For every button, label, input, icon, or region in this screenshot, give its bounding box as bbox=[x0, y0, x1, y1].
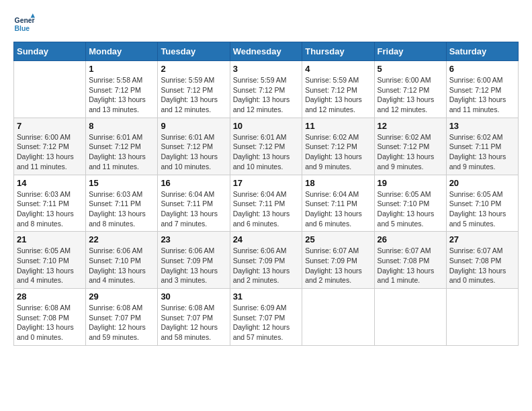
calendar-cell: 1Sunrise: 5:58 AM Sunset: 7:12 PM Daylig… bbox=[86, 61, 158, 118]
day-number: 28 bbox=[17, 291, 83, 302]
day-number: 9 bbox=[161, 121, 226, 131]
day-info: Sunrise: 6:01 AM Sunset: 7:12 PM Dayligh… bbox=[233, 132, 300, 172]
day-info: Sunrise: 6:03 AM Sunset: 7:11 PM Dayligh… bbox=[89, 189, 154, 229]
day-number: 8 bbox=[89, 121, 154, 131]
calendar-table: SundayMondayTuesdayWednesdayThursdayFrid… bbox=[13, 42, 519, 346]
day-number: 20 bbox=[449, 178, 515, 188]
day-number: 27 bbox=[449, 234, 515, 244]
calendar-cell: 17Sunrise: 6:04 AM Sunset: 7:11 PM Dayli… bbox=[230, 175, 302, 232]
day-info: Sunrise: 6:07 AM Sunset: 7:08 PM Dayligh… bbox=[378, 246, 443, 285]
day-info: Sunrise: 6:01 AM Sunset: 7:12 PM Dayligh… bbox=[161, 132, 226, 172]
calendar-cell bbox=[374, 289, 446, 346]
day-number: 3 bbox=[233, 64, 300, 74]
calendar-cell: 27Sunrise: 6:07 AM Sunset: 7:08 PM Dayli… bbox=[446, 232, 518, 289]
day-number: 14 bbox=[17, 178, 83, 188]
day-number: 23 bbox=[161, 234, 226, 244]
calendar-cell: 16Sunrise: 6:04 AM Sunset: 7:11 PM Dayli… bbox=[158, 175, 230, 232]
day-info: Sunrise: 6:04 AM Sunset: 7:11 PM Dayligh… bbox=[305, 189, 371, 229]
day-number: 26 bbox=[378, 234, 443, 244]
day-number: 10 bbox=[233, 121, 300, 131]
calendar-cell: 15Sunrise: 6:03 AM Sunset: 7:11 PM Dayli… bbox=[86, 175, 158, 232]
day-number: 18 bbox=[305, 178, 371, 188]
day-info: Sunrise: 6:08 AM Sunset: 7:07 PM Dayligh… bbox=[89, 303, 154, 342]
weekday-header-saturday: Saturday bbox=[446, 42, 518, 61]
svg-marker-3 bbox=[31, 13, 35, 17]
calendar-week-row: 7Sunrise: 6:00 AM Sunset: 7:12 PM Daylig… bbox=[14, 118, 519, 175]
weekday-header-friday: Friday bbox=[374, 42, 446, 61]
calendar-cell: 7Sunrise: 6:00 AM Sunset: 7:12 PM Daylig… bbox=[14, 118, 86, 175]
day-info: Sunrise: 6:05 AM Sunset: 7:10 PM Dayligh… bbox=[17, 246, 83, 285]
calendar-cell: 13Sunrise: 6:02 AM Sunset: 7:11 PM Dayli… bbox=[446, 118, 518, 175]
calendar-week-row: 14Sunrise: 6:03 AM Sunset: 7:11 PM Dayli… bbox=[14, 175, 519, 232]
calendar-cell: 8Sunrise: 6:01 AM Sunset: 7:12 PM Daylig… bbox=[86, 118, 158, 175]
calendar-cell: 25Sunrise: 6:07 AM Sunset: 7:09 PM Dayli… bbox=[302, 232, 374, 289]
day-info: Sunrise: 5:59 AM Sunset: 7:12 PM Dayligh… bbox=[161, 75, 226, 115]
day-number: 17 bbox=[233, 178, 300, 188]
calendar-body: 1Sunrise: 5:58 AM Sunset: 7:12 PM Daylig… bbox=[14, 61, 519, 346]
calendar-cell: 19Sunrise: 6:05 AM Sunset: 7:10 PM Dayli… bbox=[374, 175, 446, 232]
calendar-cell: 10Sunrise: 6:01 AM Sunset: 7:12 PM Dayli… bbox=[230, 118, 302, 175]
day-number: 22 bbox=[89, 234, 154, 244]
day-info: Sunrise: 5:58 AM Sunset: 7:12 PM Dayligh… bbox=[89, 75, 154, 115]
calendar-cell: 18Sunrise: 6:04 AM Sunset: 7:11 PM Dayli… bbox=[302, 175, 374, 232]
calendar-week-row: 28Sunrise: 6:08 AM Sunset: 7:08 PM Dayli… bbox=[14, 289, 519, 346]
weekday-header-monday: Monday bbox=[86, 42, 158, 61]
day-info: Sunrise: 6:00 AM Sunset: 7:12 PM Dayligh… bbox=[17, 132, 83, 172]
calendar-cell: 6Sunrise: 6:00 AM Sunset: 7:12 PM Daylig… bbox=[446, 61, 518, 118]
calendar-header-row: SundayMondayTuesdayWednesdayThursdayFrid… bbox=[14, 42, 519, 61]
day-info: Sunrise: 6:04 AM Sunset: 7:11 PM Dayligh… bbox=[161, 189, 226, 229]
day-number: 2 bbox=[161, 64, 226, 74]
day-number: 1 bbox=[89, 64, 154, 74]
day-number: 6 bbox=[449, 64, 515, 74]
calendar-cell: 5Sunrise: 6:00 AM Sunset: 7:12 PM Daylig… bbox=[374, 61, 446, 118]
calendar-cell: 14Sunrise: 6:03 AM Sunset: 7:11 PM Dayli… bbox=[14, 175, 86, 232]
day-info: Sunrise: 6:02 AM Sunset: 7:11 PM Dayligh… bbox=[449, 132, 515, 172]
calendar-week-row: 21Sunrise: 6:05 AM Sunset: 7:10 PM Dayli… bbox=[14, 232, 519, 289]
day-info: Sunrise: 6:06 AM Sunset: 7:09 PM Dayligh… bbox=[233, 246, 300, 285]
calendar-cell: 12Sunrise: 6:02 AM Sunset: 7:12 PM Dayli… bbox=[374, 118, 446, 175]
day-number: 15 bbox=[89, 178, 154, 188]
calendar-week-row: 1Sunrise: 5:58 AM Sunset: 7:12 PM Daylig… bbox=[14, 61, 519, 118]
day-info: Sunrise: 5:59 AM Sunset: 7:12 PM Dayligh… bbox=[233, 75, 300, 115]
day-number: 30 bbox=[161, 291, 226, 302]
day-number: 16 bbox=[161, 178, 226, 188]
day-info: Sunrise: 6:07 AM Sunset: 7:08 PM Dayligh… bbox=[449, 246, 515, 285]
day-info: Sunrise: 6:01 AM Sunset: 7:12 PM Dayligh… bbox=[89, 132, 154, 172]
svg-text:Blue: Blue bbox=[15, 25, 30, 32]
day-number: 4 bbox=[305, 64, 371, 74]
calendar-cell: 24Sunrise: 6:06 AM Sunset: 7:09 PM Dayli… bbox=[230, 232, 302, 289]
calendar-cell: 3Sunrise: 5:59 AM Sunset: 7:12 PM Daylig… bbox=[230, 61, 302, 118]
day-info: Sunrise: 6:08 AM Sunset: 7:07 PM Dayligh… bbox=[161, 303, 226, 342]
calendar-cell: 22Sunrise: 6:06 AM Sunset: 7:10 PM Dayli… bbox=[86, 232, 158, 289]
calendar-cell: 2Sunrise: 5:59 AM Sunset: 7:12 PM Daylig… bbox=[158, 61, 230, 118]
calendar-cell bbox=[302, 289, 374, 346]
day-info: Sunrise: 5:59 AM Sunset: 7:12 PM Dayligh… bbox=[305, 75, 371, 115]
weekday-header-tuesday: Tuesday bbox=[158, 42, 230, 61]
calendar-cell bbox=[446, 289, 518, 346]
calendar-cell: 21Sunrise: 6:05 AM Sunset: 7:10 PM Dayli… bbox=[14, 232, 86, 289]
calendar-cell: 31Sunrise: 6:09 AM Sunset: 7:07 PM Dayli… bbox=[230, 289, 302, 346]
calendar-cell: 20Sunrise: 6:05 AM Sunset: 7:10 PM Dayli… bbox=[446, 175, 518, 232]
calendar-cell: 26Sunrise: 6:07 AM Sunset: 7:08 PM Dayli… bbox=[374, 232, 446, 289]
day-info: Sunrise: 6:07 AM Sunset: 7:09 PM Dayligh… bbox=[305, 246, 371, 285]
calendar-cell: 29Sunrise: 6:08 AM Sunset: 7:07 PM Dayli… bbox=[86, 289, 158, 346]
day-info: Sunrise: 6:05 AM Sunset: 7:10 PM Dayligh… bbox=[378, 189, 443, 229]
svg-text:General: General bbox=[15, 17, 35, 24]
calendar-cell: 4Sunrise: 5:59 AM Sunset: 7:12 PM Daylig… bbox=[302, 61, 374, 118]
day-number: 19 bbox=[378, 178, 443, 188]
calendar-cell: 28Sunrise: 6:08 AM Sunset: 7:08 PM Dayli… bbox=[14, 289, 86, 346]
day-number: 11 bbox=[305, 121, 371, 131]
day-info: Sunrise: 6:02 AM Sunset: 7:12 PM Dayligh… bbox=[305, 132, 371, 172]
day-info: Sunrise: 6:00 AM Sunset: 7:12 PM Dayligh… bbox=[378, 75, 443, 115]
day-info: Sunrise: 6:06 AM Sunset: 7:10 PM Dayligh… bbox=[89, 246, 154, 285]
weekday-header-thursday: Thursday bbox=[302, 42, 374, 61]
calendar-cell bbox=[14, 61, 86, 118]
day-info: Sunrise: 6:09 AM Sunset: 7:07 PM Dayligh… bbox=[233, 303, 300, 342]
calendar-cell: 30Sunrise: 6:08 AM Sunset: 7:07 PM Dayli… bbox=[158, 289, 230, 346]
calendar-cell: 23Sunrise: 6:06 AM Sunset: 7:09 PM Dayli… bbox=[158, 232, 230, 289]
day-info: Sunrise: 6:04 AM Sunset: 7:11 PM Dayligh… bbox=[233, 189, 300, 229]
day-info: Sunrise: 6:02 AM Sunset: 7:12 PM Dayligh… bbox=[378, 132, 443, 172]
day-number: 24 bbox=[233, 234, 300, 244]
day-number: 7 bbox=[17, 121, 83, 131]
logo: General Blue bbox=[13, 13, 38, 35]
